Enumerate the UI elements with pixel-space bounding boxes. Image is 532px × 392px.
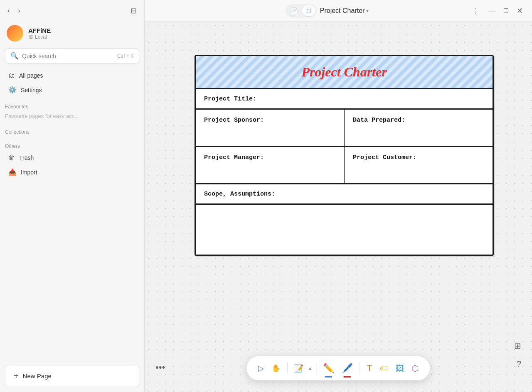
pen-icon: ✏️ (323, 363, 334, 374)
data-prepared-label: Data Prepared: (353, 117, 405, 124)
workspace-sub: 🖥 Local (28, 34, 51, 40)
project-sponsor-label: Project Sponsor: (204, 117, 264, 124)
search-bar[interactable]: 🔍 Quick search Ctrl + K (5, 48, 139, 64)
charter-col-manager: Project Manager: (196, 147, 345, 183)
more-options-button[interactable]: ⋮ (470, 5, 482, 17)
grid-add-icon: ⊞ (514, 341, 521, 350)
charter-col-customer: Project Customer: (345, 147, 493, 183)
sidebar-item-settings[interactable]: ⚙️ Settings (3, 83, 141, 97)
sidebar-item-import[interactable]: 📥 Import (3, 165, 141, 179)
charter-col-sponsor: Project Sponsor: (196, 110, 345, 146)
text-tool-icon: T (367, 363, 372, 374)
scope-row: Scope, Assumptions: (196, 184, 493, 205)
maximize-button[interactable]: □ (501, 5, 511, 17)
select-tool-button[interactable]: ▷ (255, 361, 267, 375)
bottom-toolbar: ▷ ✋ 📝 ▲ ✏️ (246, 356, 430, 380)
image-tool-button[interactable]: 🖼 (392, 361, 407, 376)
plus-icon: + (14, 371, 19, 381)
title-bar-center: 📄 ⬡ Project Charter ▾ (286, 4, 369, 17)
project-title-label: Project Title: (204, 96, 256, 103)
note-caret-button[interactable]: ▲ (308, 365, 313, 371)
others-nav: 🗑 Trash 📥 Import (0, 151, 144, 179)
favourites-hint: Favourite pages for easy acc... (0, 111, 144, 122)
selection-tools: ▷ ✋ (255, 361, 284, 375)
sidebar-item-label: All pages (19, 72, 43, 79)
doc-title: Project Charter ▾ (320, 7, 369, 15)
sidebar-nav: 🗂 All pages ⚙️ Settings (0, 69, 144, 97)
marker-tool-container[interactable]: 🖊️ (338, 360, 356, 376)
search-label: Quick search (22, 53, 114, 59)
canvas-area[interactable]: Project Charter Project Title: Project S… (145, 22, 532, 392)
scope-label: Scope, Assumptions: (204, 191, 275, 198)
project-title-row: Project Title: (196, 89, 493, 110)
doc-title-chevron[interactable]: ▾ (366, 8, 369, 14)
workspace-info: AFFiNE 🖥 Local (0, 22, 144, 48)
marker-tool-button[interactable]: 🖊️ (338, 360, 356, 376)
charter-title: Project Charter (301, 64, 387, 79)
close-button[interactable]: ✕ (514, 5, 525, 17)
note-tool-button[interactable]: 📝 (291, 361, 307, 375)
note-tools: 📝 ▲ (291, 361, 313, 375)
search-shortcut: Ctrl + K (117, 53, 134, 59)
pen-tool-container[interactable]: ✏️ (320, 360, 337, 376)
shape-icon: 🏷 (380, 364, 388, 373)
title-bar: 📄 ⬡ Project Charter ▾ ⋮ — □ ✕ (145, 0, 532, 22)
sidebar: ‹ › ⊟ AFFiNE 🖥 Local 🔍 Quick search Ctrl… (0, 0, 145, 392)
project-manager-label: Project Manager: (204, 154, 264, 161)
canvas-more-button[interactable]: ••• (153, 360, 167, 375)
charter-bottom (196, 205, 493, 255)
nav-arrows: ‹ › (5, 5, 23, 16)
frame-icon: ⬡ (411, 363, 419, 373)
nav-back-button[interactable]: ‹ (5, 5, 12, 16)
edgeless-view-button[interactable]: ⬡ (302, 5, 315, 16)
hand-tool-button[interactable]: ✋ (268, 361, 284, 375)
hand-icon: ✋ (271, 364, 281, 373)
pen-tools: ✏️ 🖊️ (320, 360, 356, 376)
sidebar-toggle-button[interactable]: ⊟ (128, 5, 139, 17)
pen-color-indicator (325, 376, 332, 377)
pen-tool-button[interactable]: ✏️ (320, 360, 337, 376)
nav-forward-button[interactable]: › (15, 5, 22, 16)
minimize-button[interactable]: — (485, 5, 498, 17)
view-toggle: 📄 ⬡ (286, 4, 317, 17)
divider-2 (316, 362, 316, 375)
frame-tool-button[interactable]: ⬡ (408, 361, 422, 376)
arrow-select-icon: ▷ (258, 364, 264, 373)
grid-add-button[interactable]: ⊞ (512, 338, 524, 353)
workspace-avatar (7, 25, 23, 42)
pages-icon: 🗂 (8, 72, 15, 79)
title-bar-actions: ⋮ — □ ✕ (470, 5, 525, 17)
sidebar-item-label: Import (21, 169, 37, 176)
others-section-label: Others (0, 137, 144, 151)
other-tools: T 🏷 🖼 ⬡ (363, 360, 421, 376)
sidebar-item-all-pages[interactable]: 🗂 All pages (3, 69, 141, 83)
sidebar-item-label: Trash (19, 154, 34, 161)
edgeless-icon: ⬡ (306, 7, 311, 14)
divider-1 (287, 362, 288, 375)
favourites-section-label: Favourites (0, 97, 144, 111)
shape-tool-button[interactable]: 🏷 (377, 361, 392, 376)
text-tool-button[interactable]: T (363, 360, 375, 376)
workspace-text: AFFiNE 🖥 Local (28, 27, 51, 40)
charter-col-data-prepared: Data Prepared: (345, 110, 493, 146)
monitor-icon: 🖥 (28, 34, 33, 40)
divider-3 (360, 362, 360, 375)
search-icon: 🔍 (10, 52, 19, 60)
marker-icon: 🖊️ (342, 363, 353, 374)
sidebar-item-label: Settings (21, 87, 42, 93)
sidebar-item-trash[interactable]: 🗑 Trash (3, 151, 141, 165)
sidebar-top-bar: ‹ › ⊟ (0, 0, 144, 22)
gear-icon: ⚙️ (8, 86, 17, 94)
workspace-name: AFFiNE (28, 27, 51, 34)
new-page-button[interactable]: + New Page (5, 365, 139, 387)
doc-icon: 📄 (291, 7, 298, 14)
charter-manager-row: Project Manager: Project Customer: (196, 147, 493, 184)
charter-document: Project Charter Project Title: Project S… (195, 55, 494, 256)
charter-sponsor-row: Project Sponsor: Data Prepared: (196, 110, 493, 147)
doc-title-text: Project Charter (320, 7, 365, 15)
bottom-right-controls: ⊞ ? (512, 338, 524, 371)
help-button[interactable]: ? (514, 357, 524, 371)
marker-color-indicator (344, 376, 351, 377)
doc-view-button[interactable]: 📄 (287, 5, 302, 16)
main-area: 📄 ⬡ Project Charter ▾ ⋮ — □ ✕ Project Ch… (145, 0, 532, 392)
